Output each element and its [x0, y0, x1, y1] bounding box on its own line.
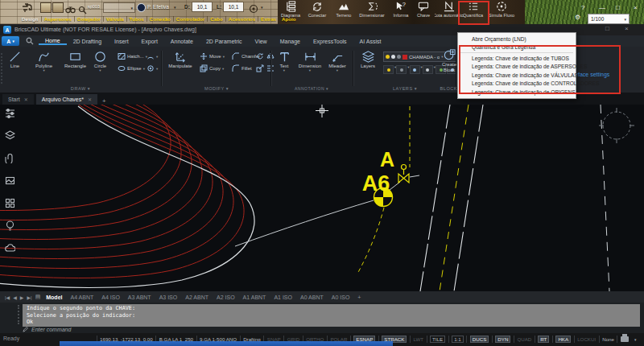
status-toggle-lockui[interactable]: LOCKUI: [575, 336, 600, 343]
next-layout-button[interactable]: ▶: [19, 295, 26, 300]
last-layout-button[interactable]: ▶|: [25, 295, 33, 300]
ellipse-button[interactable]: Ellipse ▾: [118, 64, 145, 72]
close-button[interactable]: ×: [634, 4, 638, 11]
command-prompt[interactable]: Enter command: [23, 327, 71, 332]
layout-tab-a4-abnt[interactable]: A4 ABNT: [66, 295, 97, 300]
layout-tab-a0-abnt[interactable]: A0 ABNT: [296, 295, 328, 300]
fillet-button[interactable]: Fillet: [232, 64, 252, 72]
tab-ai-assist[interactable]: AI Assist: [353, 38, 388, 45]
attachments-panel-icon[interactable]: [5, 153, 15, 163]
copy-button[interactable]: Copy ▾: [200, 64, 224, 72]
move-button[interactable]: Move ▾: [200, 52, 225, 60]
status-toggle-ducs[interactable]: DUCS: [467, 336, 493, 343]
image-button-2[interactable]: [52, 2, 64, 13]
doc-tab-start[interactable]: Start ✕: [2, 94, 34, 105]
layout-tab-a2-iso[interactable]: A2 ISO: [213, 295, 239, 300]
tips-panel-icon[interactable]: [5, 220, 15, 231]
close-icon[interactable]: ✕: [88, 97, 92, 102]
help-button[interactable]: ?: [581, 4, 584, 11]
menu-item-valvula[interactable]: Válvula: [104, 16, 127, 22]
drawing-canvas[interactable]: A A6: [0, 105, 644, 291]
circle-button[interactable]: Circle ▾: [93, 50, 107, 72]
menu-item-extras[interactable]: Extras: [258, 16, 279, 22]
doc-close-button[interactable]: ×: [625, 25, 629, 32]
tab-view[interactable]: View: [249, 38, 274, 45]
layout-tab-model[interactable]: Model: [42, 295, 66, 300]
layout-tab-a3-abnt[interactable]: A3 ABNT: [124, 295, 155, 300]
doc-tab-arquivo-chaves[interactable]: Arquivo Chaves* ✕: [36, 94, 97, 105]
tab-2d-drafting[interactable]: 2D Drafting: [67, 38, 108, 45]
mleader-button[interactable]: Mleader ▾: [325, 50, 349, 72]
app-menu-button[interactable]: A ▾: [2, 36, 19, 46]
layout-tab-a3-iso[interactable]: A3 ISO: [155, 295, 182, 300]
gear-icon[interactable]: ⚙: [575, 14, 580, 21]
annotation-panel-label[interactable]: ANNOTATION ▾: [274, 86, 349, 91]
menu-item-tubos[interactable]: Tubos: [127, 16, 147, 22]
layout-tab-a4-iso[interactable]: A4 ISO: [97, 295, 124, 300]
chave-button[interactable]: Chave: [412, 1, 435, 18]
close-icon[interactable]: ✕: [24, 97, 28, 102]
d-input[interactable]: [192, 2, 213, 12]
add-layout-button[interactable]: +: [353, 295, 365, 300]
status-toggle-dyn[interactable]: DYN: [493, 336, 514, 343]
layout-tab-a1-iso[interactable]: A1 ISO: [270, 295, 296, 300]
layout-list-icon[interactable]: ▤: [34, 294, 43, 300]
status-toggle-quad[interactable]: QUAD: [514, 336, 535, 343]
search-icon[interactable]: [26, 37, 34, 45]
status-toggle-hka[interactable]: HKA: [553, 336, 575, 343]
polyline-button[interactable]: Polyline ▾: [35, 50, 52, 72]
manipulate-button[interactable]: Manipulate: [166, 50, 195, 68]
modify-tools-row-1[interactable]: [256, 52, 275, 60]
menu-item-gotejador[interactable]: Gotejador: [75, 16, 104, 22]
layers-panel-icon[interactable]: [5, 130, 15, 141]
modify-panel-label[interactable]: MODIFY ▾: [166, 86, 267, 91]
informa-button[interactable]: ? Informa: [388, 1, 414, 18]
toolbar-combo[interactable]: ▾: [103, 2, 135, 13]
chevron-down-icon[interactable]: ▾: [261, 5, 263, 10]
layers-button[interactable]: Layers: [356, 50, 380, 68]
tab-expresstools[interactable]: ExpressTools: [307, 38, 353, 45]
menu-item-conexao[interactable]: Conexão: [147, 16, 174, 22]
command-panel-grip[interactable]: [18, 305, 22, 324]
status-toggle-tile[interactable]: TILE: [427, 336, 449, 343]
new-tab-button[interactable]: +: [102, 97, 106, 105]
status-toggle-lwt[interactable]: LWT: [411, 336, 427, 343]
doc-restore-button[interactable]: □: [605, 25, 609, 32]
first-layout-button[interactable]: |◀: [3, 295, 11, 300]
layout-tab-a1-abnt[interactable]: A1 ABNT: [239, 295, 270, 300]
rectangle-button[interactable]: Rectangle: [64, 50, 86, 68]
scale-combo[interactable]: 1/100 ▾: [588, 14, 630, 24]
ribbon-grip[interactable]: [1, 53, 5, 84]
dimension-button[interactable]: Dimension ▾: [296, 50, 324, 72]
tab-2d-parametric[interactable]: 2D Parametric: [200, 38, 249, 45]
status-annotation-field[interactable]: None: [600, 336, 618, 343]
menu-item-controlador[interactable]: Controlador: [174, 16, 208, 22]
simula-fluxo-button[interactable]: Simula Fluxo: [486, 1, 517, 18]
layout-tab-a0-iso[interactable]: A0 ISO: [328, 295, 354, 300]
chevron-down-icon[interactable]: ▾: [631, 336, 639, 343]
menu-item-abre-orcamento[interactable]: Abre Orçamento (LND): [458, 35, 576, 43]
text-button[interactable]: Text ▾: [274, 50, 295, 72]
arc-button[interactable]: ▾: [147, 52, 158, 60]
pressure-mode-label[interactable]: P. Efetiva: [147, 4, 169, 10]
layer-off-icon[interactable]: [396, 65, 407, 74]
components-panel-icon[interactable]: [5, 198, 15, 208]
point-button[interactable]: ▾: [147, 64, 158, 72]
menu-item-acessorios[interactable]: Acessórios: [226, 16, 258, 22]
minimize-button[interactable]: —: [599, 4, 605, 11]
dimensionar-button[interactable]: Dimensionar: [357, 1, 386, 18]
terreno-button[interactable]: Terreno: [331, 1, 357, 18]
layer-isolate-icon[interactable]: [383, 65, 394, 74]
tab-export[interactable]: Export: [135, 38, 164, 45]
tab-annotate[interactable]: Annotate: [164, 38, 200, 45]
status-toggle-rt[interactable]: RT: [535, 336, 553, 343]
line-button[interactable]: Line: [8, 50, 22, 68]
render-panel-icon[interactable]: [5, 175, 15, 186]
chevron-down-icon[interactable]: ▾: [174, 5, 176, 10]
cloud-panel-icon[interactable]: [5, 243, 15, 253]
properties-panel-icon[interactable]: [5, 108, 15, 118]
menu-item-aspersores[interactable]: Aspersores: [42, 16, 75, 22]
printer-icon[interactable]: [617, 336, 631, 343]
layer-freeze-tool-icon[interactable]: [410, 65, 420, 74]
tab-insert[interactable]: Insert: [108, 38, 135, 45]
